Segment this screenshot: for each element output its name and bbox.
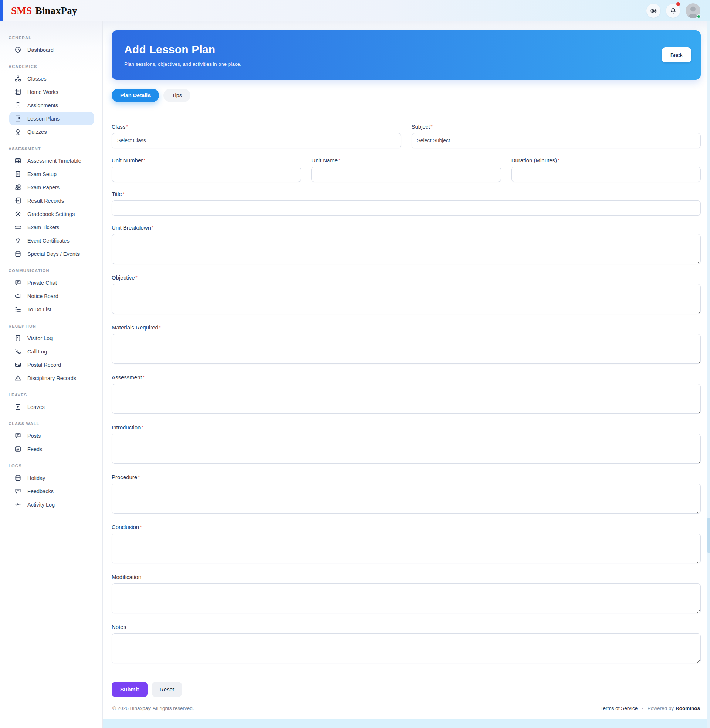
sidebar-item-label: Visitor Log [27, 335, 53, 341]
title-input[interactable] [111, 201, 701, 215]
procedure-textarea[interactable] [111, 483, 701, 514]
title-label: Title* [111, 191, 701, 198]
required-asterisk: * [159, 325, 161, 330]
sidebar-item-label: Assessment Timetable [27, 158, 81, 164]
posts-icon [15, 432, 22, 439]
vertical-scrollbar-thumb[interactable] [707, 518, 710, 553]
field-assessment: Assessment* [111, 374, 701, 415]
form-row: Introduction* [111, 424, 701, 465]
form-row: Class*Subject* [111, 123, 701, 148]
sidebar-item-exam-tickets[interactable]: Exam Tickets [9, 221, 94, 234]
sidebar-item-event-certificates[interactable]: Event Certificates [9, 234, 94, 247]
tab-bar: Plan Details Tips [111, 89, 701, 107]
field-unit-number: Unit Number* [111, 157, 301, 182]
postal-record-icon [15, 361, 22, 368]
form-row: Title* [111, 191, 701, 215]
assessment-textarea[interactable] [111, 384, 701, 414]
sidebar-item-quizzes[interactable]: Quizzes [9, 125, 94, 138]
sidebar-item-call-log[interactable]: Call Log [9, 345, 94, 358]
theme-toggle-icon[interactable] [646, 4, 660, 18]
feeds-icon [15, 445, 22, 453]
reset-button[interactable]: Reset [152, 682, 182, 697]
sidebar-item-label: Private Chat [27, 280, 57, 286]
sidebar-item-postal-record[interactable]: Postal Record [9, 358, 94, 371]
feedbacks-icon [15, 488, 22, 495]
user-avatar[interactable] [686, 3, 700, 18]
powered-by-text: Powered by [647, 705, 674, 711]
sidebar-item-assessment-timetable[interactable]: Assessment Timetable [9, 154, 94, 167]
footer-links: Terms of Service · Powered by Roominos [600, 705, 700, 711]
duration-minutes-label: Duration (Minutes)* [511, 157, 701, 164]
sidebar-item-holiday[interactable]: Holiday [9, 472, 94, 484]
unit-breakdown-label: Unit Breakdown* [111, 224, 701, 231]
notifications-wrap [666, 4, 680, 18]
unit-number-input[interactable] [111, 167, 301, 182]
required-asterisk: * [123, 191, 125, 197]
duration-minutes-input[interactable] [511, 167, 701, 182]
sidebar-item-label: Notice Board [27, 293, 59, 299]
sidebar-item-dashboard[interactable]: Dashboard [9, 43, 94, 56]
terms-of-service-link[interactable]: Terms of Service [600, 705, 638, 711]
tab-plan-details[interactable]: Plan Details [111, 89, 159, 102]
conclusion-textarea[interactable] [111, 533, 701, 564]
page-footer: © 2026 Binaxpay. All rights reserved. Te… [111, 697, 701, 719]
field-objective: Objective* [111, 274, 701, 315]
unit-name-label: Unit Name* [311, 157, 501, 164]
event-certificates-icon [15, 237, 22, 244]
sidebar-item-home-works[interactable]: Home Works [9, 85, 94, 98]
sidebar-item-label: Exam Tickets [27, 224, 59, 230]
assessment-label: Assessment* [111, 374, 701, 381]
submit-button[interactable]: Submit [111, 682, 148, 697]
sidebar-item-visitor-log[interactable]: Visitor Log [9, 332, 94, 344]
notes-textarea[interactable] [111, 633, 701, 663]
exam-tickets-icon [15, 224, 22, 231]
sidebar-item-feeds[interactable]: Feeds [9, 442, 94, 456]
back-button[interactable]: Back [662, 47, 691, 63]
materials-required-textarea[interactable] [111, 334, 701, 364]
sidebar-item-label: Quizzes [27, 129, 47, 135]
objective-textarea[interactable] [111, 284, 701, 314]
tab-tips[interactable]: Tips [163, 89, 191, 102]
sidebar-item-private-chat[interactable]: Private Chat [9, 276, 94, 289]
sidebar-item-special-days-events[interactable]: Special Days / Events [9, 248, 94, 260]
sidebar-item-label: Gradebook Settings [27, 211, 75, 217]
sidebar-item-notice-board[interactable]: Notice Board [9, 290, 94, 302]
sidebar-item-disciplinary-records[interactable]: Disciplinary Records [9, 372, 94, 385]
special-days-icon [15, 250, 22, 257]
homeworks-icon [15, 88, 22, 95]
unit-breakdown-textarea[interactable] [111, 234, 701, 264]
sidebar-item-assignments[interactable]: Assignments [9, 99, 94, 112]
class-select[interactable] [111, 133, 401, 148]
form-row: Notes [111, 624, 701, 665]
sidebar-item-posts[interactable]: Posts [9, 429, 94, 442]
vertical-scrollbar-track[interactable] [707, 22, 710, 728]
sidebar-item-label: Assignments [27, 103, 58, 108]
form-row: Unit Number*Unit Name*Duration (Minutes)… [111, 157, 701, 182]
sidebar-item-label: Exam Setup [27, 171, 57, 177]
subject-select[interactable] [412, 133, 701, 148]
required-asterisk: * [136, 275, 138, 280]
introduction-textarea[interactable] [111, 434, 701, 464]
form-row: Objective* [111, 274, 701, 315]
sidebar-item-result-records[interactable]: Result Records [9, 194, 94, 207]
sidebar-item-gradebook-settings[interactable]: Gradebook Settings [9, 207, 94, 220]
sidebar-item-activity-log[interactable]: Activity Log [9, 498, 94, 511]
main-content: Add Lesson Plan Plan sessions, objective… [103, 22, 710, 728]
sidebar-item-lesson-plans[interactable]: Lesson Plans [9, 112, 94, 125]
sidebar-item-label: Special Days / Events [27, 251, 79, 257]
sidebar-item-classes[interactable]: Classes [9, 72, 94, 85]
form-row: Materials Required* [111, 324, 701, 365]
field-notes: Notes [111, 624, 701, 665]
sidebar-item-exam-papers[interactable]: Exam Papers [9, 181, 94, 194]
unit-name-input[interactable] [311, 167, 501, 182]
sidebar-item-feedbacks[interactable]: Feedbacks [9, 485, 94, 498]
sidebar-item-leaves[interactable]: Leaves [9, 400, 94, 413]
modification-textarea[interactable] [111, 583, 701, 614]
sidebar-item-label: Activity Log [27, 502, 55, 508]
procedure-label: Procedure* [111, 474, 701, 480]
logo-sms: SMS [11, 5, 32, 16]
sidebar-item-exam-setup[interactable]: Exam Setup [9, 167, 94, 180]
sidebar-item-to-do-list[interactable]: To Do List [9, 303, 94, 316]
sidebar-item-label: Event Certificates [27, 238, 69, 244]
field-modification: Modification [111, 574, 701, 615]
